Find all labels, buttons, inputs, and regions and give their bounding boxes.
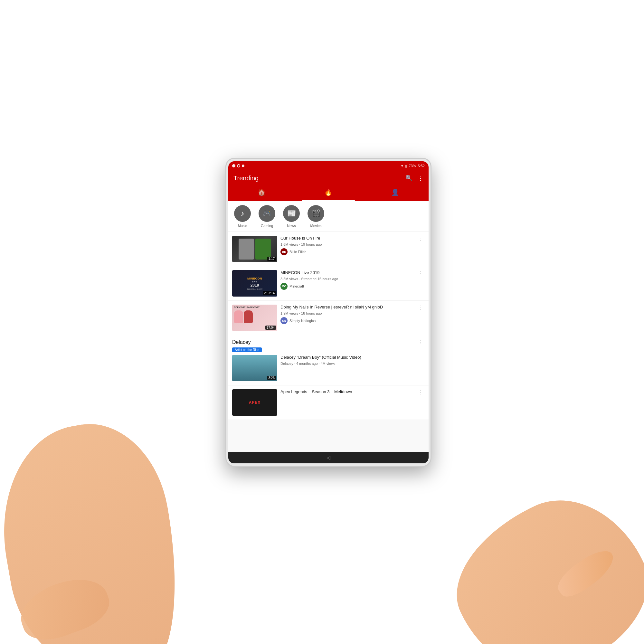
video-list: 1:17 Our House Is On Fire 1.6M views · 1… — [228, 232, 429, 452]
top-bar-icons: 🔍 ⋮ — [405, 175, 423, 182]
category-movies-label: Movies — [310, 224, 322, 228]
video-title-1: Our House Is On Fire — [280, 236, 414, 241]
clock: 5:52 — [418, 164, 425, 168]
tab-account[interactable]: 👤 — [362, 186, 429, 201]
artist-badge: Artist on the Rise — [232, 347, 262, 352]
video-duration-2: 2:57:14 — [263, 291, 276, 295]
screen: ▾ ▯ 73% 5:52 Trending 🔍 ⋮ 🏠 — [228, 161, 429, 463]
channel-name-2: Minecraft — [289, 284, 304, 288]
category-news[interactable]: 📰 News — [282, 205, 300, 228]
artist-name-row: Delacey ⋮ — [232, 339, 425, 345]
tab-trending[interactable]: 🔥 — [295, 186, 362, 201]
top-bar: Trending 🔍 ⋮ — [228, 170, 429, 186]
channel-avatar-3: SN — [280, 317, 288, 324]
video-thumb-3: TOP COAT BASE COAT 17:04 — [232, 305, 277, 331]
categories-row: ♪ Music 🎮 Gaming 📰 News 🎬 Movies — [228, 201, 429, 232]
side-button-right — [431, 282, 431, 288]
video-channel-2: MC Minecraft — [280, 283, 414, 290]
more-options-btn-3[interactable]: ⋮ — [417, 305, 425, 311]
apex-video-title: Apex Legends – Season 3 – Meltdown — [280, 389, 414, 395]
category-gaming[interactable]: 🎮 Gaming — [258, 205, 276, 228]
video-channel-3: SN Simply Nailogical — [280, 317, 414, 324]
status-icon-2 — [237, 164, 240, 167]
video-item-apex[interactable]: APEX Apex Legends – Season 3 – Meltdown … — [228, 385, 429, 420]
tablet: ▾ ▯ 73% 5:52 Trending 🔍 ⋮ 🏠 — [225, 158, 431, 467]
scene: ▾ ▯ 73% 5:52 Trending 🔍 ⋮ 🏠 — [0, 0, 644, 644]
status-icon-3 — [242, 165, 244, 167]
search-icon[interactable]: 🔍 — [405, 175, 412, 182]
category-music-label: Music — [238, 224, 247, 228]
status-left-icons — [232, 164, 244, 167]
artist-name: Delacey — [232, 339, 251, 345]
apex-video-info: Apex Legends – Season 3 – Meltdown — [280, 389, 414, 416]
more-options-btn-1[interactable]: ⋮ — [417, 236, 425, 242]
video-duration-3: 17:04 — [265, 326, 276, 330]
battery-level: 73% — [409, 164, 416, 168]
apex-logo-text: APEX — [249, 400, 261, 405]
artist-thumb: 3:26 — [232, 355, 277, 381]
channel-avatar-1: BE — [280, 248, 288, 255]
channel-name-1: Billie Eilish — [289, 250, 307, 254]
status-right: ▾ ▯ 73% 5:52 — [401, 164, 425, 168]
video-thumb-2: MINECON LIVE 2019 THE FULL SHOW 2:57:14 — [232, 270, 277, 297]
back-button[interactable]: ◁ — [327, 455, 330, 460]
trending-icon: 🔥 — [324, 188, 332, 196]
side-button — [225, 266, 226, 276]
nail-images — [234, 310, 253, 323]
video-item-1[interactable]: 1:17 Our House Is On Fire 1.6M views · 1… — [228, 232, 429, 266]
artist-video-meta: Delacey · 4 months ago · 4M views — [280, 362, 425, 365]
nail-1 — [234, 310, 243, 323]
artist-section: Delacey ⋮ Artist on the Rise 3:26 Delace… — [228, 335, 429, 385]
artist-video-row: 3:26 Delacey "Dream Boy" (Official Music… — [232, 355, 425, 385]
wifi-icon: ▾ — [401, 164, 403, 168]
artist-video-title: Delacey "Dream Boy" (Official Music Vide… — [280, 355, 425, 360]
video-thumb-apex: APEX — [232, 389, 277, 416]
video-info-1: Our House Is On Fire 1.6M views · 19 hou… — [280, 236, 414, 262]
video-info-2: MINECON Live 2019 3.5M views · Streamed … — [280, 270, 414, 297]
video-thumb-1: 1:17 — [232, 236, 277, 262]
account-icon: 👤 — [391, 188, 399, 196]
nail-2 — [244, 310, 253, 323]
video-channel-1: BE Billie Eilish — [280, 248, 414, 255]
category-music[interactable]: ♪ Music — [233, 205, 251, 228]
tab-home[interactable]: 🏠 — [228, 186, 295, 201]
video-meta-3: 1.9M views · 18 hours ago — [280, 311, 414, 315]
video-info-3: Doing My Nails In Reverse | esreveR nI s… — [280, 305, 414, 331]
artist-more-btn[interactable]: ⋮ — [417, 339, 425, 345]
apex-more-btn[interactable]: ⋮ — [417, 389, 425, 395]
artist-video-info: Delacey "Dream Boy" (Official Music Vide… — [280, 355, 425, 365]
home-icon: 🏠 — [258, 188, 266, 196]
category-news-icon: 📰 — [283, 205, 300, 222]
status-icon-1 — [232, 164, 235, 167]
channel-name-3: Simply Nailogical — [289, 319, 317, 323]
artist-duration: 3:26 — [267, 376, 276, 380]
minecon-live-text: LIVE — [252, 280, 257, 283]
status-bar: ▾ ▯ 73% 5:52 — [228, 161, 429, 170]
thumb-apex-inner: APEX — [232, 389, 277, 416]
video-duration-1: 1:17 — [267, 257, 276, 261]
person-1 — [239, 239, 254, 260]
minecon-year-text: 2019 — [251, 283, 259, 288]
category-news-label: News — [287, 224, 296, 228]
video-meta-2: 3.5M views · Streamed 15 hours ago — [280, 277, 414, 281]
basecoat-label: BASE COAT — [246, 306, 260, 308]
person-2 — [255, 239, 271, 260]
video-item-3[interactable]: TOP COAT BASE COAT 17:04 Doing My Nails … — [228, 301, 429, 335]
topcoat-label: TOP COAT — [234, 306, 245, 308]
minecon-title-text: MINECON — [247, 277, 262, 280]
page-title: Trending — [233, 175, 259, 182]
category-movies[interactable]: 🎬 Movies — [307, 205, 325, 228]
nav-tabs: 🏠 🔥 👤 — [228, 186, 429, 201]
category-movies-icon: 🎬 — [308, 205, 324, 222]
video-meta-1: 1.6M views · 19 hours ago — [280, 242, 414, 246]
category-gaming-icon: 🎮 — [259, 205, 275, 222]
bottom-nav: ◁ — [228, 452, 429, 463]
video-title-3: Doing My Nails In Reverse | esreveR nI s… — [280, 305, 414, 310]
category-gaming-label: Gaming — [261, 224, 273, 228]
channel-avatar-2: MC — [280, 283, 288, 290]
more-options-icon[interactable]: ⋮ — [418, 175, 423, 182]
video-item-2[interactable]: MINECON LIVE 2019 THE FULL SHOW 2:57:14 … — [228, 266, 429, 301]
more-options-btn-2[interactable]: ⋮ — [417, 270, 425, 276]
video-title-2: MINECON Live 2019 — [280, 270, 414, 276]
nail-labels-row: TOP COAT BASE COAT — [234, 306, 260, 308]
